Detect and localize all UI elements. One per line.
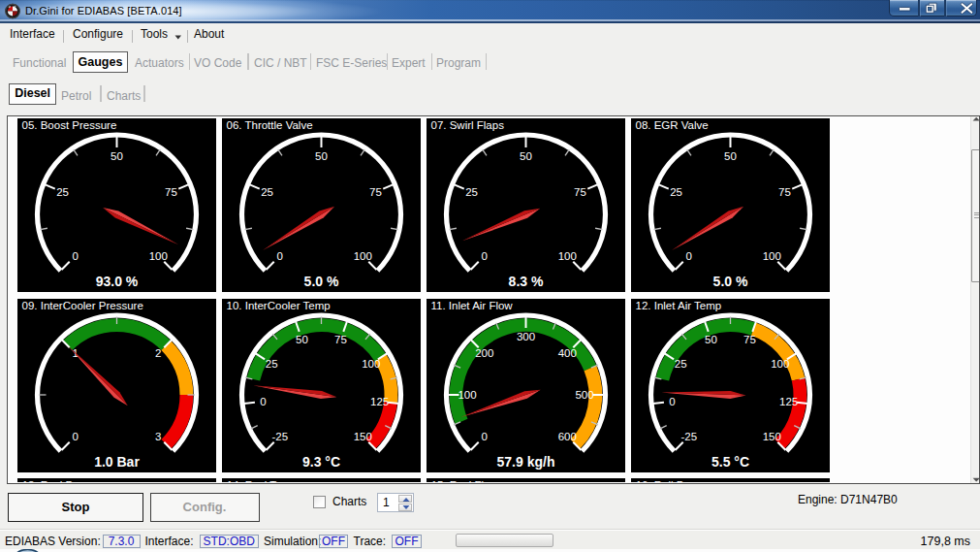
svg-text:75: 75 [574, 186, 586, 198]
svg-text:100: 100 [458, 389, 477, 401]
svg-text:1.0 Bar: 1.0 Bar [94, 454, 140, 470]
svg-text:75: 75 [369, 186, 382, 198]
svg-text:0: 0 [482, 431, 488, 442]
svg-text:125: 125 [779, 396, 798, 407]
svg-text:75: 75 [334, 334, 347, 345]
svg-text:25: 25 [675, 358, 687, 370]
svg-text:50: 50 [724, 150, 737, 162]
svg-text:25: 25 [465, 186, 478, 198]
svg-text:150: 150 [763, 431, 781, 442]
svg-text:100: 100 [558, 250, 577, 262]
svg-text:10. InterCooler Temp: 10. InterCooler Temp [227, 299, 331, 310]
svg-text:100: 100 [354, 250, 372, 262]
svg-text:9.3 °C: 9.3 °C [302, 454, 340, 470]
svg-text:150: 150 [354, 431, 372, 442]
svg-text:-25: -25 [681, 431, 698, 442]
svg-text:50: 50 [520, 150, 532, 162]
svg-text:0: 0 [277, 250, 283, 262]
svg-text:25: 25 [261, 186, 273, 198]
svg-text:50: 50 [315, 150, 328, 162]
svg-text:50: 50 [705, 334, 717, 345]
svg-text:0: 0 [686, 250, 692, 262]
svg-text:75: 75 [743, 334, 756, 345]
svg-text:08. EGR Valve: 08. EGR Valve [636, 119, 709, 131]
svg-text:2: 2 [155, 347, 161, 359]
svg-text:50: 50 [296, 334, 308, 345]
svg-text:5.0 %: 5.0 % [304, 274, 339, 289]
svg-text:125: 125 [370, 396, 389, 407]
svg-text:600: 600 [558, 431, 577, 442]
svg-text:200: 200 [475, 347, 493, 359]
svg-text:8.3 %: 8.3 % [509, 274, 544, 289]
svg-text:25: 25 [266, 358, 278, 370]
svg-text:0: 0 [669, 396, 675, 407]
svg-text:11. Inlet Air Flow: 11. Inlet Air Flow [431, 299, 514, 310]
svg-text:3: 3 [155, 431, 161, 442]
svg-text:500: 500 [576, 389, 594, 401]
svg-text:06. Throttle Valve: 06. Throttle Valve [227, 119, 313, 131]
svg-text:05. Boost Pressure: 05. Boost Pressure [22, 119, 117, 131]
svg-text:25: 25 [670, 186, 682, 198]
svg-text:75: 75 [165, 186, 177, 198]
svg-text:0: 0 [73, 250, 79, 262]
svg-text:300: 300 [517, 330, 535, 341]
svg-text:25: 25 [56, 186, 69, 198]
svg-text:93.0 %: 93.0 % [96, 274, 139, 289]
svg-text:07. Swirl Flaps: 07. Swirl Flaps [431, 119, 505, 131]
svg-text:5.5 °C: 5.5 °C [711, 454, 749, 470]
svg-text:5.0 %: 5.0 % [713, 274, 748, 289]
svg-text:50: 50 [111, 150, 123, 162]
svg-text:-25: -25 [272, 431, 289, 442]
svg-text:0: 0 [260, 396, 266, 407]
svg-text:0: 0 [482, 250, 488, 262]
svg-text:0: 0 [73, 431, 79, 442]
svg-text:12. Inlet Air Temp: 12. Inlet Air Temp [636, 299, 722, 310]
svg-text:100: 100 [362, 358, 380, 370]
svg-text:400: 400 [558, 347, 577, 359]
svg-text:75: 75 [778, 186, 791, 198]
svg-text:09. InterCooler Pressure: 09. InterCooler Pressure [22, 299, 143, 310]
svg-text:57.9 kg/h: 57.9 kg/h [497, 454, 555, 470]
svg-text:100: 100 [771, 358, 789, 370]
svg-text:100: 100 [763, 250, 781, 262]
svg-text:100: 100 [149, 250, 168, 262]
